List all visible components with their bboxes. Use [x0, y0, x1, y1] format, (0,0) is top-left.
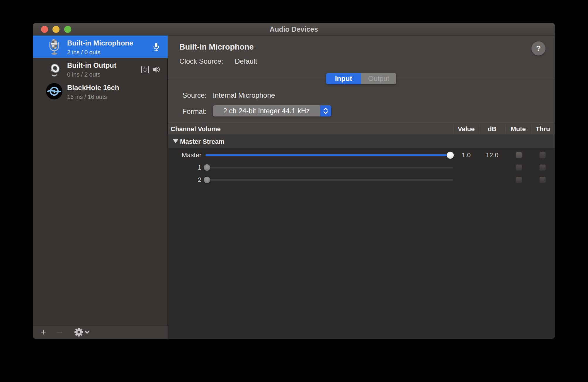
blackhole-device-icon [46, 83, 63, 100]
thru-checkbox[interactable] [539, 177, 546, 183]
channel-label: 1 [168, 164, 201, 171]
slider-thumb[interactable] [447, 152, 454, 159]
mute-checkbox[interactable] [516, 177, 522, 183]
default-input-mic-icon [151, 42, 161, 52]
channel-label: Master [168, 151, 201, 159]
remove-device-button[interactable]: − [53, 326, 66, 339]
gear-icon [72, 326, 91, 339]
thru-checkbox[interactable] [539, 164, 546, 171]
channel-row-2: 2 [168, 174, 555, 186]
clock-source-value: Default [235, 57, 257, 65]
format-value: 2 ch 24-bit Integer 44.1 kHz [213, 105, 320, 116]
thru-checkbox[interactable] [539, 152, 546, 158]
audio-devices-window: Audio Devices [33, 23, 555, 339]
clock-source-label: Clock Source: [179, 57, 223, 65]
popup-stepper-cap [320, 105, 331, 116]
chevron-down-icon [85, 331, 89, 333]
add-device-button[interactable]: + [37, 326, 50, 339]
format-popup-button[interactable]: 2 ch 24-bit Integer 44.1 kHz [213, 105, 331, 116]
slider-fill [205, 154, 450, 156]
speaker-badge-icon [152, 65, 161, 74]
format-label: Format: [168, 107, 207, 116]
db-cell: 12.0 [479, 151, 505, 159]
tab-output[interactable]: Output [361, 73, 396, 84]
volume-slider[interactable] [205, 149, 453, 161]
mute-checkbox[interactable] [516, 152, 522, 158]
device-name: Built-in Output [67, 61, 116, 70]
volume-slider[interactable] [205, 161, 453, 174]
volume-slider[interactable] [205, 174, 453, 186]
device-detail: 2 ins / 0 outs [67, 49, 100, 56]
system-sound-output-icon [141, 65, 149, 74]
column-db: dB [479, 125, 505, 133]
device-name: BlackHole 16ch [67, 84, 119, 92]
group-label: Master Stream [180, 138, 225, 146]
master-stream-group-row: Master Stream [168, 135, 555, 148]
up-down-chevrons-icon [322, 107, 329, 115]
help-button[interactable]: ? [531, 41, 545, 55]
speaker-device-icon [46, 60, 63, 77]
device-panel-title: Built-in Microphone [179, 43, 254, 52]
sidebar-toolbar: + − [33, 326, 168, 339]
slider-track[interactable] [205, 167, 453, 168]
channel-row-1: 1 [168, 161, 555, 174]
device-name: Built-in Microphone [67, 39, 133, 47]
mute-checkbox[interactable] [516, 164, 522, 171]
slider-thumb[interactable] [204, 177, 210, 183]
sidebar-item-blackhole-16ch[interactable]: BlackHole 16ch 16 ins / 16 outs [33, 80, 168, 102]
slider-track[interactable] [205, 179, 453, 181]
title-bar[interactable]: Audio Devices [33, 23, 555, 36]
device-detail: 16 ins / 16 outs [67, 94, 107, 100]
microphone-device-icon [46, 38, 63, 55]
channel-table-header: Channel Volume Value dB Mute Thru [168, 123, 555, 135]
tab-input[interactable]: Input [326, 73, 361, 84]
column-value: Value [453, 125, 479, 133]
actions-menu-button[interactable] [72, 326, 92, 339]
source-value: Internal Microphone [213, 91, 275, 99]
column-thru: Thru [531, 125, 555, 133]
channel-row-master: Master 1.0 12.0 [168, 149, 555, 161]
disclosure-triangle-icon[interactable] [173, 139, 178, 143]
device-detail: 0 ins / 2 outs [67, 71, 100, 78]
value-cell: 1.0 [453, 151, 479, 159]
window-title: Audio Devices [33, 23, 555, 36]
source-label: Source: [168, 91, 207, 99]
sidebar-item-built-in-output[interactable]: Built-in Output 0 ins / 2 outs [33, 58, 168, 80]
sidebar-item-built-in-microphone[interactable]: Built-in Microphone 2 ins / 0 outs [33, 36, 168, 58]
device-list-sidebar: Built-in Microphone 2 ins / 0 outs [33, 36, 168, 339]
column-channel-volume: Channel Volume [171, 125, 221, 133]
slider-thumb[interactable] [204, 164, 210, 171]
column-mute: Mute [505, 125, 531, 133]
input-output-segmented-control: Input Output [326, 73, 396, 84]
channel-label: 2 [168, 176, 201, 184]
desktop: Audio Devices [0, 0, 588, 382]
device-detail-panel: Built-in Microphone Clock Source: Defaul… [168, 36, 555, 339]
